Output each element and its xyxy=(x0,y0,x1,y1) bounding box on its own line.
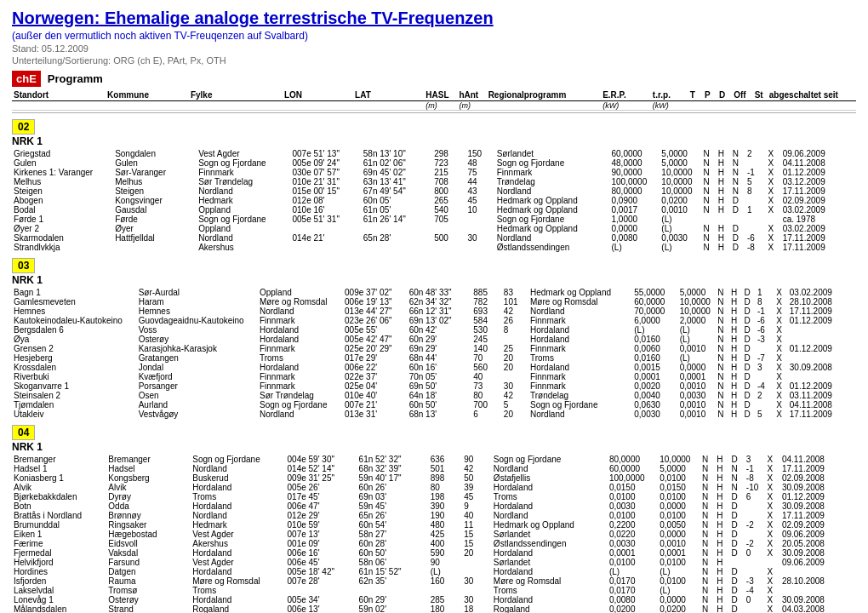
col-header-hant: hAnt xyxy=(457,90,486,101)
cell-2-13-14: X xyxy=(766,576,780,586)
cell-1-4-13: -6 xyxy=(756,325,774,335)
table-row: FærimeEidsvollAkershus001e 09'60n 28'400… xyxy=(12,539,856,548)
cell-2-10-2: Hordaland xyxy=(191,548,285,558)
cell-2-13-9: 0,0100 xyxy=(658,576,700,586)
cell-1-8-5: 560 xyxy=(471,363,502,372)
cell-1-1-10: N xyxy=(716,297,729,306)
cell-2-13-6: 30 xyxy=(462,576,492,586)
cell-1-7-8: 0,0160 xyxy=(632,353,677,363)
cell-0-7-14 xyxy=(767,215,781,224)
cell-1-11-7: Trøndelag xyxy=(528,391,632,400)
cell-1-11-10: N xyxy=(716,391,729,400)
cell-2-16-10: N xyxy=(700,604,715,613)
cell-2-0-8: 80,0000 xyxy=(608,455,658,464)
cell-1-12-3: 007e 21' xyxy=(343,400,408,410)
table-row: Eiken 1HægebostadVest Agder007e 13'58n 2… xyxy=(12,530,856,539)
table-row: LakselvdalTromsøTromsTroms0,0170(L)NHD-4… xyxy=(12,586,856,595)
cell-0-3-4: 63n 13' 41" xyxy=(362,177,432,186)
cell-2-13-13: -3 xyxy=(745,576,766,586)
cell-1-10-11: H xyxy=(729,381,743,391)
cell-2-6-5: 190 xyxy=(429,511,463,520)
cell-1-8-3: 006e 22' xyxy=(343,363,408,372)
cell-2-11-7: Sørlandet xyxy=(492,558,608,567)
cell-2-12-5: (L) xyxy=(429,567,463,576)
cell-1-10-4: 69n 50' xyxy=(408,381,472,391)
cell-2-6-6: 40 xyxy=(462,511,492,520)
cell-0-6-11: H xyxy=(717,205,731,215)
cell-1-8-9: 0,0000 xyxy=(678,363,717,372)
cell-2-7-15: 02.09.2009 xyxy=(780,520,856,530)
cell-0-4-14: X xyxy=(767,186,781,196)
cell-2-1-8: 60,0000 xyxy=(608,464,658,473)
cell-0-5-9: 0,0200 xyxy=(660,196,701,205)
cell-2-4-13: 6 xyxy=(745,492,766,501)
cell-0-9-7: Nordland xyxy=(495,233,610,243)
cell-2-3-5: 80 xyxy=(429,483,463,492)
table-row: BrumunddalRingsakerHedmark010e 59'60n 54… xyxy=(12,520,856,530)
cell-2-14-7: Troms xyxy=(492,586,608,595)
cell-1-5-10: N xyxy=(716,335,729,344)
cell-2-16-13 xyxy=(745,604,766,613)
cell-0-4-10: N xyxy=(702,186,717,196)
cell-2-1-2: Nordland xyxy=(191,464,285,473)
cell-0-4-1: Steigen xyxy=(113,186,197,196)
cell-1-1-6: 101 xyxy=(502,297,528,306)
cell-1-8-1: Jondal xyxy=(137,363,258,372)
cell-2-16-3: 006e 13' xyxy=(286,604,357,613)
cell-2-0-10: N xyxy=(700,455,715,464)
cell-2-16-9: 0,0200 xyxy=(658,604,700,613)
cell-0-6-2: Oppland xyxy=(197,205,290,215)
cell-0-7-13 xyxy=(745,215,767,224)
cell-2-11-15: 09.06.2009 xyxy=(780,558,856,567)
cell-2-14-6 xyxy=(462,586,492,595)
cell-0-2-11: H xyxy=(717,168,731,177)
cell-1-5-11: H xyxy=(729,335,743,344)
cell-1-9-11: H xyxy=(729,372,743,381)
cell-2-0-4: 61n 52' 32" xyxy=(357,455,429,464)
cell-1-11-13: 2 xyxy=(756,391,774,400)
cell-2-1-3: 014e 52' 14" xyxy=(286,464,357,473)
cell-2-14-10: N xyxy=(700,586,715,595)
cell-2-15-0: Lonevåg 1 xyxy=(12,595,106,604)
table-row: IsfjordenRaumaMøre og Romsdal007e 28'62n… xyxy=(12,576,856,586)
cell-0-2-6: 75 xyxy=(465,168,494,177)
cell-1-2-5: 693 xyxy=(471,306,502,316)
cell-2-7-8: 0,2200 xyxy=(608,520,658,530)
col-header-p: P xyxy=(703,90,717,101)
cell-2-12-15 xyxy=(780,567,856,576)
table-row: MelhusMelhusSør Trøndelag010e 21' 31"63n… xyxy=(12,177,856,186)
cell-2-10-14: X xyxy=(766,548,780,558)
cell-0-2-5: 215 xyxy=(432,168,465,177)
cell-0-1-9: 5,0000 xyxy=(660,158,701,168)
cell-1-5-2: Hordaland xyxy=(258,335,343,344)
cell-2-1-9: 5,0000 xyxy=(658,464,700,473)
cell-1-2-14: X xyxy=(774,306,788,316)
cell-0-6-9: 0,0010 xyxy=(660,205,701,215)
cell-2-14-14: X xyxy=(766,586,780,595)
cell-0-4-0: Steigen xyxy=(12,186,113,196)
logo-badge: chE xyxy=(12,71,41,87)
cell-2-15-5: 285 xyxy=(429,595,463,604)
cell-0-8-5 xyxy=(432,224,465,233)
cell-2-3-3: 005e 26' xyxy=(286,483,357,492)
cell-2-1-10: N xyxy=(700,464,715,473)
cell-1-11-8: 0,0040 xyxy=(632,391,677,400)
cell-1-0-8: 55,0000 xyxy=(632,288,677,297)
cell-2-0-11: H xyxy=(715,455,729,464)
cell-0-10-2: Akershus xyxy=(197,243,290,252)
cell-2-9-12: D xyxy=(730,539,745,548)
cell-1-7-15 xyxy=(788,353,856,363)
cell-1-11-1: Osen xyxy=(137,391,258,400)
cell-2-4-9: 0,0100 xyxy=(658,492,700,501)
col-header-st: St xyxy=(753,90,768,101)
cell-0-1-7: Sogn og Fjordane xyxy=(495,158,610,168)
cell-0-10-1 xyxy=(113,243,197,252)
cell-0-0-1: Songdalen xyxy=(113,149,197,158)
cell-1-6-3: 025e 20' 29" xyxy=(343,344,408,353)
cell-2-5-9: 0,0000 xyxy=(658,501,700,511)
cell-1-5-6 xyxy=(502,335,528,344)
cell-2-7-3: 010e 59' xyxy=(286,520,357,530)
cell-1-9-5: 40 xyxy=(471,372,502,381)
cell-2-5-0: Botn xyxy=(12,501,106,511)
table-row: UtakleivVestvågøyNordland013e 31'68n 13'… xyxy=(12,410,856,419)
